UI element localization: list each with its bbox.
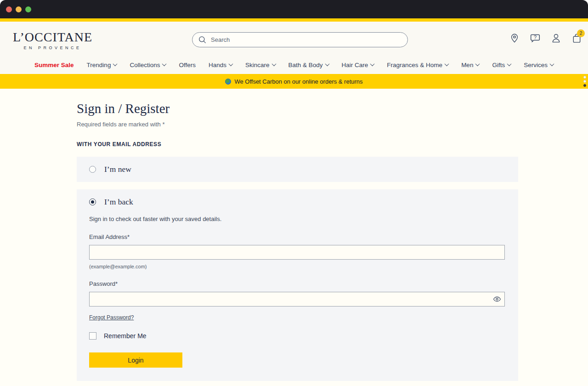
svg-text:?: ? <box>534 34 537 40</box>
location-pin-icon <box>509 33 520 44</box>
chevron-down-icon <box>445 62 449 66</box>
chevron-down-icon <box>475 62 480 66</box>
window-controls <box>6 6 31 12</box>
search-input[interactable] <box>211 36 402 43</box>
brand-logo-subtext: EN PROVENCE <box>13 45 92 50</box>
header-utility-icons: ? 2 <box>509 32 582 44</box>
account-button[interactable] <box>550 32 561 44</box>
top-accent-stripe <box>0 18 588 22</box>
brand-logo[interactable]: L’OCCITANE EN PROVENCE <box>13 31 92 50</box>
help-chat-icon: ? <box>530 33 541 44</box>
im-back-option-box: I’m back Sign in to check out faster wit… <box>77 189 518 381</box>
chevron-down-icon <box>271 62 276 66</box>
nav-label: Summer Sale <box>34 62 74 68</box>
window-titlebar <box>0 0 588 18</box>
chevron-down-icon <box>229 62 233 66</box>
im-new-option-box: I’m new <box>77 157 518 182</box>
nav-item-hands[interactable]: Hands <box>209 62 232 68</box>
im-new-label[interactable]: I’m new <box>104 165 131 174</box>
page-title: Sign in / Register <box>77 101 518 116</box>
nav-item-offers[interactable]: Offers <box>179 62 196 68</box>
nav-item-services[interactable]: Services <box>524 62 554 68</box>
cart-button[interactable]: 2 <box>571 32 582 44</box>
close-window-button[interactable] <box>6 6 12 12</box>
email-section-heading: WITH YOUR EMAIL ADDRESS <box>77 141 518 148</box>
email-field-label: Email Address* <box>89 233 506 240</box>
minimize-window-button[interactable] <box>16 6 22 12</box>
nav-item-fragrances-home[interactable]: Fragrances & Home <box>387 62 448 68</box>
nav-label: Men <box>461 62 473 68</box>
promo-dot-2[interactable] <box>583 80 586 83</box>
chevron-down-icon <box>370 62 375 66</box>
account-person-icon <box>551 33 561 44</box>
nav-label: Offers <box>179 62 196 68</box>
im-new-radio[interactable] <box>89 166 96 173</box>
password-field-label: Password* <box>89 280 506 287</box>
store-locator-button[interactable] <box>509 32 520 44</box>
nav-item-bath-body[interactable]: Bath & Body <box>288 62 329 68</box>
nav-item-summer-sale[interactable]: Summer Sale <box>34 62 74 68</box>
email-field-hint: (example@example.com) <box>89 264 506 269</box>
nav-item-gifts[interactable]: Gifts <box>492 62 511 68</box>
nav-label: Bath & Body <box>288 62 323 68</box>
browser-window: L’OCCITANE EN PROVENCE ? <box>0 0 588 386</box>
nav-label: Services <box>524 62 548 68</box>
chevron-down-icon <box>162 62 167 66</box>
globe-icon <box>225 79 231 85</box>
chevron-down-icon <box>549 62 554 66</box>
nav-label: Gifts <box>492 62 505 68</box>
nav-item-hair-care[interactable]: Hair Care <box>342 62 374 68</box>
zoom-window-button[interactable] <box>25 6 31 12</box>
search-bar[interactable] <box>192 32 408 47</box>
forgot-password-link[interactable]: Forgot Password? <box>89 314 134 321</box>
nav-label: Collections <box>130 62 160 68</box>
login-button[interactable]: Login <box>89 352 182 368</box>
chevron-down-icon <box>507 62 512 66</box>
password-field[interactable] <box>89 292 505 307</box>
im-back-label[interactable]: I’m back <box>104 197 133 207</box>
site-header: L’OCCITANE EN PROVENCE ? <box>0 22 588 74</box>
nav-item-collections[interactable]: Collections <box>130 62 166 68</box>
brand-logo-text: L’OCCITANE <box>13 31 92 44</box>
promo-carousel-dots <box>583 76 586 87</box>
cart-count-badge: 2 <box>577 29 585 37</box>
nav-label: Fragrances & Home <box>387 62 442 68</box>
remember-me-checkbox[interactable] <box>89 332 96 340</box>
promo-dot-3[interactable] <box>583 84 586 87</box>
nav-item-skincare[interactable]: Skincare <box>245 62 276 68</box>
main-content: Sign in / Register Required fields are m… <box>0 89 588 386</box>
nav-item-men[interactable]: Men <box>461 62 479 68</box>
promo-message-text: We Offset Carbon on our online orders & … <box>234 78 362 85</box>
main-nav: Summer Sale Trending Collections Offers … <box>0 62 588 68</box>
nav-label: Hands <box>209 62 226 68</box>
promo-banner: We Offset Carbon on our online orders & … <box>0 74 588 89</box>
eye-icon <box>493 295 501 303</box>
chevron-down-icon <box>325 62 329 66</box>
sign-in-description: Sign in to check out faster with your sa… <box>89 216 506 222</box>
promo-dot-1[interactable] <box>583 76 586 79</box>
search-icon <box>198 35 207 44</box>
nav-label: Skincare <box>245 62 270 68</box>
nav-label: Hair Care <box>342 62 368 68</box>
help-chat-button[interactable]: ? <box>530 32 541 44</box>
promo-message: We Offset Carbon on our online orders & … <box>225 78 362 85</box>
show-password-button[interactable] <box>493 295 501 303</box>
im-back-radio[interactable] <box>89 199 96 205</box>
nav-item-trending[interactable]: Trending <box>87 62 117 68</box>
required-fields-note: Required fields are marked with * <box>77 121 518 128</box>
remember-me-label[interactable]: Remember Me <box>104 332 147 340</box>
nav-label: Trending <box>87 62 111 68</box>
chevron-down-icon <box>113 62 118 66</box>
email-field[interactable] <box>89 245 505 260</box>
